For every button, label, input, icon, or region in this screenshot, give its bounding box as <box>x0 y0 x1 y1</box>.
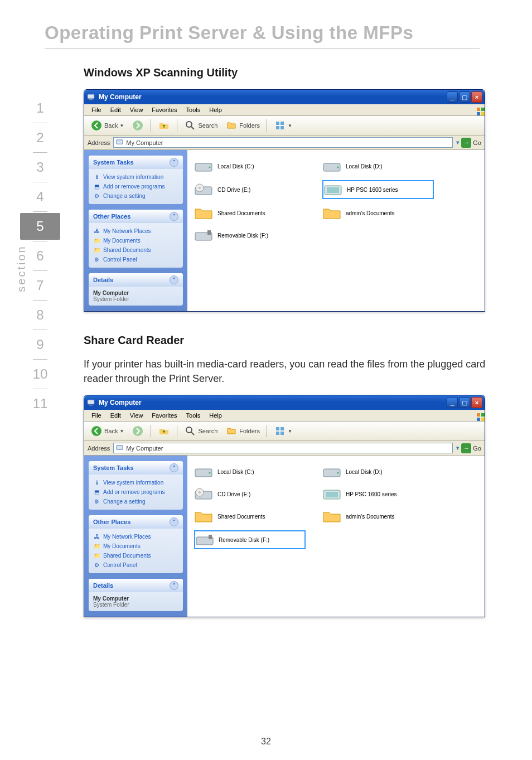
folders-button[interactable]: Folders <box>223 424 263 438</box>
menu-tools[interactable]: Tools <box>182 105 205 114</box>
drive-hp[interactable]: HP PSC 1600 series <box>322 486 434 502</box>
menu-help[interactable]: Help <box>205 411 226 420</box>
address-field[interactable]: My Computer <box>113 137 453 148</box>
drive-c-label: Local Disk (C:) <box>217 163 254 170</box>
maximize-button[interactable]: ▢ <box>459 397 470 408</box>
nav-3[interactable]: 3 <box>20 154 60 181</box>
up-button[interactable] <box>155 424 173 438</box>
back-chevron-icon: ▼ <box>119 123 124 128</box>
menu-edit[interactable]: Edit <box>107 105 125 114</box>
link-control-panel[interactable]: ⚙Control Panel <box>93 255 178 264</box>
back-button[interactable]: Back ▼ <box>88 118 127 133</box>
go-button[interactable]: → <box>461 443 471 453</box>
folder-up-icon <box>158 425 170 437</box>
link-change-setting[interactable]: ⚙Change a setting <box>93 191 178 201</box>
menu-tools[interactable]: Tools <box>182 411 205 420</box>
drive-c[interactable]: Local Disk (C:) <box>194 463 306 480</box>
forward-button[interactable] <box>129 424 147 438</box>
nav-4[interactable]: 4 <box>20 183 60 210</box>
drive-d[interactable]: Local Disk (D:) <box>322 158 434 175</box>
nav-8[interactable]: 8 <box>20 302 60 328</box>
windows-flag-icon <box>472 105 482 115</box>
hdd-icon <box>194 463 213 480</box>
nav-6[interactable]: 6 <box>20 243 60 269</box>
scanner-icon <box>322 486 341 502</box>
link-my-documents[interactable]: 📁My Documents <box>93 236 178 245</box>
address-field[interactable]: My Computer <box>113 443 453 453</box>
drive-removable[interactable]: Removable Disk (F:) <box>194 227 306 244</box>
drive-c[interactable]: Local Disk (C:) <box>194 158 306 175</box>
folder-icon <box>194 205 213 221</box>
search-button[interactable]: Search <box>181 118 220 133</box>
link-view-sysinfo[interactable]: ℹView system information <box>93 478 178 487</box>
link-change-setting[interactable]: ⚙Change a setting <box>93 497 178 506</box>
drive-hp[interactable]: HP PSC 1600 series <box>322 180 434 199</box>
nav-9[interactable]: 9 <box>20 331 60 358</box>
nav-2[interactable]: 2 <box>20 124 60 151</box>
menu-favorites[interactable]: Favorites <box>148 411 181 420</box>
menu-edit[interactable]: Edit <box>107 411 125 420</box>
nav-7[interactable]: 7 <box>20 272 60 299</box>
views-button[interactable]: ▼ <box>271 424 295 438</box>
menu-file[interactable]: File <box>88 411 105 420</box>
menu-favorites[interactable]: Favorites <box>148 105 181 114</box>
collapse-icon[interactable]: ˄ <box>170 463 178 472</box>
network-icon: 🖧 <box>93 533 100 540</box>
link-control-panel[interactable]: ⚙Control Panel <box>93 560 178 570</box>
forward-button[interactable] <box>129 118 147 133</box>
link-view-sysinfo[interactable]: ℹView system information <box>93 172 178 182</box>
up-button[interactable] <box>155 118 173 133</box>
xp-titlebar[interactable]: My Computer _ ▢ × <box>84 90 485 104</box>
minimize-button[interactable]: _ <box>447 397 458 408</box>
folder-shared[interactable]: Shared Documents <box>194 508 306 525</box>
folder-admin[interactable]: admin's Documents <box>322 508 434 525</box>
hdd-icon <box>194 158 213 175</box>
back-button[interactable]: Back ▼ <box>88 424 127 438</box>
link-add-remove[interactable]: ⬒Add or remove programs <box>93 182 178 191</box>
menu-file[interactable]: File <box>88 105 105 114</box>
drive-e[interactable]: CD Drive (E:) <box>194 486 306 502</box>
folders-button[interactable]: Folders <box>223 118 263 133</box>
xp-titlebar[interactable]: My Computer _ ▢ × <box>84 395 485 410</box>
views-button[interactable]: ▼ <box>271 118 295 133</box>
minimize-button[interactable]: _ <box>447 91 458 103</box>
address-chevron-icon[interactable]: ▾ <box>456 139 460 146</box>
link-network-places[interactable]: 🖧My Network Places <box>93 532 178 541</box>
link-add-remove[interactable]: ⬒Add or remove programs <box>93 487 178 497</box>
link-shared-docs[interactable]: 📁Shared Documents <box>93 245 178 255</box>
menu-view[interactable]: View <box>126 105 147 114</box>
go-button[interactable]: → <box>461 138 471 148</box>
collapse-icon[interactable]: ˄ <box>170 275 178 284</box>
drive-hp-label: HP PSC 1600 series <box>347 187 398 193</box>
menu-view[interactable]: View <box>126 411 147 420</box>
nav-11[interactable]: 11 <box>20 390 60 417</box>
address-bar: Address My Computer ▾ → Go <box>84 135 485 150</box>
back-label: Back <box>104 428 118 434</box>
drive-removable[interactable]: Removable Disk (F:) <box>194 530 306 549</box>
details-name: My Computer <box>93 290 178 296</box>
menu-help[interactable]: Help <box>205 105 226 114</box>
close-button[interactable]: × <box>471 397 482 408</box>
nav-10[interactable]: 10 <box>20 361 60 388</box>
close-button[interactable]: × <box>471 91 482 103</box>
nav-5[interactable]: 5 <box>20 213 60 240</box>
collapse-icon[interactable]: ˄ <box>170 158 178 167</box>
maximize-button[interactable]: ▢ <box>459 91 470 103</box>
folder-admin[interactable]: admin's Documents <box>322 205 434 221</box>
address-chevron-icon[interactable]: ▾ <box>456 444 460 452</box>
nav-1[interactable]: 1 <box>20 95 60 122</box>
link-my-documents[interactable]: 📁My Documents <box>93 541 178 551</box>
drive-e[interactable]: CD Drive (E:) <box>194 180 306 199</box>
menu-bar: File Edit View Favorites Tools Help <box>84 410 485 422</box>
link-shared-docs[interactable]: 📁Shared Documents <box>93 551 178 560</box>
search-button[interactable]: Search <box>181 424 220 438</box>
collapse-icon[interactable]: ˄ <box>170 581 178 590</box>
collapse-icon[interactable]: ˄ <box>170 212 178 221</box>
details-title: Details <box>93 582 113 589</box>
drive-removable-label: Removable Disk (F:) <box>217 233 268 239</box>
collapse-icon[interactable]: ˄ <box>170 517 178 526</box>
link-network-places[interactable]: 🖧My Network Places <box>93 226 178 236</box>
folder-shared[interactable]: Shared Documents <box>194 205 306 221</box>
heading-share-card-reader: Share Card Reader <box>84 334 487 347</box>
drive-d[interactable]: Local Disk (D:) <box>322 463 434 480</box>
